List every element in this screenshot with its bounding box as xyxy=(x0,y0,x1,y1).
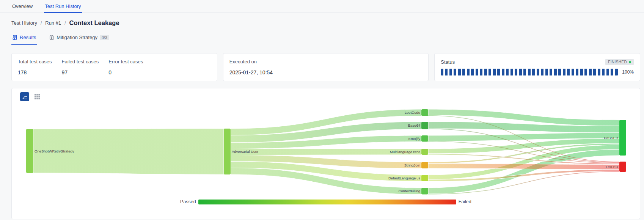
sankey-node-label: LeetCode xyxy=(405,110,420,115)
sankey-node-contextfilling[interactable] xyxy=(421,188,428,195)
legend-gradient-bar xyxy=(198,200,456,204)
sankey-color-legend: Passed Failed xyxy=(180,199,471,204)
status-progress-bar xyxy=(441,69,618,75)
tab-mitigation-label: Mitigation Strategy xyxy=(57,35,97,40)
sankey-link-stringjoin-failed[interactable] xyxy=(428,163,619,170)
sankey-node-base64[interactable] xyxy=(421,122,428,129)
sankey-node-label: Emojify xyxy=(408,137,420,141)
sankey-node-label: Adversarial User xyxy=(232,149,258,154)
sankey-node-failed[interactable] xyxy=(619,162,626,172)
breadcrumb-separator: / xyxy=(64,20,66,26)
tab-overview[interactable]: Overview xyxy=(11,0,33,13)
sankey-chart-card: OneShotWRetryStrategyAdversarial UserLee… xyxy=(11,88,640,219)
executed-on-card: Executed on 2025-01-27, 10:54 xyxy=(223,53,429,81)
top-tab-bar: Overview Test Run History xyxy=(0,0,644,13)
sankey-node-label: ContextFilling xyxy=(398,189,420,193)
error-test-cases-value: 0 xyxy=(108,69,143,75)
sankey-diagram: OneShotWRetryStrategyAdversarial UserLee… xyxy=(12,92,633,200)
error-test-cases-label: Error test cases xyxy=(108,59,143,64)
sankey-node-leetcode[interactable] xyxy=(421,109,428,116)
test-cases-card: Total test cases 178 Failed test cases 9… xyxy=(11,53,217,81)
results-report-icon xyxy=(12,35,17,40)
status-badge: FINISHED xyxy=(605,59,634,65)
tab-mitigation-strategy[interactable]: Mitigation Strategy 0/3 xyxy=(48,32,110,45)
sankey-node-defaultlanguage[interactable] xyxy=(421,175,428,181)
sankey-node-stringjoin[interactable] xyxy=(421,162,428,168)
status-card: Status FINISHED 100% xyxy=(434,53,640,81)
chart-view-toggles xyxy=(20,92,42,101)
grid-view-button[interactable] xyxy=(33,92,42,101)
total-test-cases-label: Total test cases xyxy=(18,59,52,64)
breadcrumb-test-history[interactable]: Test History xyxy=(11,20,37,26)
breadcrumb: Test History / Run #1 / Context Leakage xyxy=(0,13,644,32)
tab-test-run-history[interactable]: Test Run History xyxy=(44,0,82,13)
summary-cards-row: Total test cases 178 Failed test cases 9… xyxy=(11,53,640,81)
error-test-cases-stat: Error test cases 0 xyxy=(108,59,143,75)
total-test-cases-value: 178 xyxy=(18,69,52,75)
sankey-node-label: FAILED xyxy=(606,165,618,169)
sankey-node-label: DefaultLanguage US xyxy=(388,176,420,180)
executed-on-value: 2025-01-27, 10:54 xyxy=(229,69,423,75)
sankey-node-label: OneShotWRetryStrategy xyxy=(35,149,74,153)
failed-test-cases-value: 97 xyxy=(62,69,99,75)
sankey-chart-icon xyxy=(22,94,28,100)
breadcrumb-separator: / xyxy=(41,20,42,26)
sankey-node-adversarial[interactable] xyxy=(224,129,231,174)
clipboard-icon xyxy=(49,35,54,40)
status-badge-text: FINISHED xyxy=(608,60,627,64)
mitigation-count-badge: 0/3 xyxy=(100,35,109,40)
status-label: Status xyxy=(441,59,455,65)
sankey-node-multilanguage[interactable] xyxy=(421,149,428,155)
status-percent: 100% xyxy=(622,69,634,75)
tab-results[interactable]: Results xyxy=(11,32,37,45)
breadcrumb-run[interactable]: Run #1 xyxy=(45,20,61,26)
tab-results-label: Results xyxy=(20,35,36,40)
sankey-node-strategy[interactable] xyxy=(26,129,33,173)
total-test-cases-stat: Total test cases 178 xyxy=(18,59,52,75)
sankey-node-label: StringJoin xyxy=(404,163,420,167)
executed-on-label: Executed on xyxy=(229,59,423,64)
legend-failed-label: Failed xyxy=(459,199,471,204)
legend-passed-label: Passed xyxy=(180,199,196,204)
failed-test-cases-label: Failed test cases xyxy=(62,59,99,64)
status-green-dot-icon xyxy=(629,61,631,63)
sankey-node-emojify[interactable] xyxy=(421,135,428,142)
page-title: Context Leakage xyxy=(69,19,119,27)
sub-tab-bar: Results Mitigation Strategy 0/3 xyxy=(0,32,644,45)
sankey-node-passed[interactable] xyxy=(619,120,626,156)
failed-test-cases-stat: Failed test cases 97 xyxy=(62,59,99,75)
sankey-node-label: Base64 xyxy=(408,123,420,127)
grid-icon xyxy=(35,94,40,99)
chart-view-button[interactable] xyxy=(20,92,29,101)
sankey-node-label: PASSED xyxy=(604,136,618,140)
